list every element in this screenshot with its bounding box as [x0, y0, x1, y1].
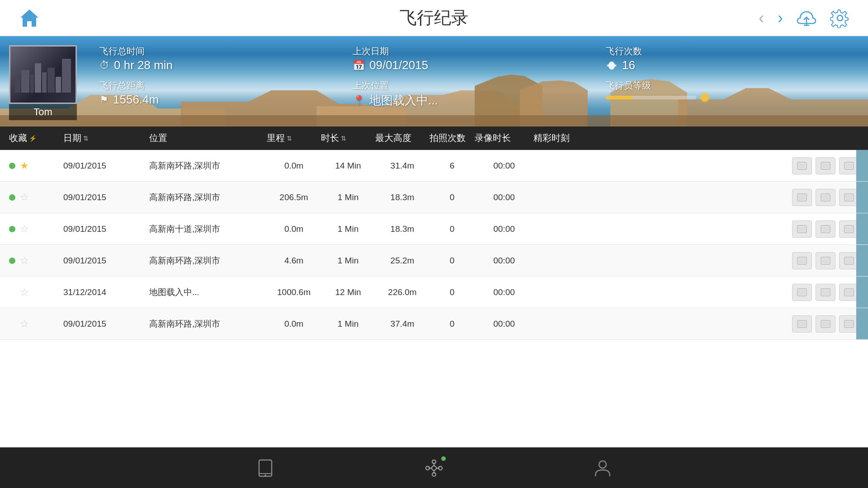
pilot-level-label: 飞行员等级: [606, 80, 859, 92]
flight-count-stat: 飞行次数 16: [606, 45, 859, 72]
header-video: 录像时长: [475, 132, 533, 144]
col-date-0: 09/01/2015: [63, 161, 149, 171]
col-duration-3: 1 Min: [321, 256, 375, 266]
col-location-3: 高新南环路,深圳市: [149, 255, 267, 267]
flights-icon: [606, 60, 618, 71]
header-distance[interactable]: 里程 ⇅: [267, 132, 321, 144]
svg-rect-41: [798, 290, 806, 295]
highlight-btn-2[interactable]: [816, 157, 835, 174]
star-empty[interactable]: ☆: [20, 223, 29, 235]
svg-rect-48: [798, 321, 806, 327]
table-row[interactable]: ☆ 31/12/2014 地图载入中... 1000.6m 12 Min 226…: [0, 277, 868, 308]
svg-rect-31: [845, 226, 853, 232]
profile-name: Tom: [9, 104, 77, 120]
col-duration-5: 1 Min: [321, 319, 375, 329]
highlight-btn-2[interactable]: [816, 189, 835, 206]
highlight-btn-1[interactable]: [792, 157, 812, 174]
nav-item-person[interactable]: [593, 458, 613, 478]
col-duration-0: 14 Min: [321, 161, 375, 171]
home-icon[interactable]: [18, 7, 41, 29]
svg-rect-50: [822, 321, 829, 327]
star-empty[interactable]: ☆: [20, 286, 29, 298]
total-time-label: 飞行总时间: [99, 45, 353, 57]
table-row[interactable]: ☆ 09/01/2015 高新南环路,深圳市 0.0m 1 Min 37.4m …: [0, 308, 868, 340]
last-date-value-row: 📅 09/01/2015: [353, 58, 606, 72]
main-content: Tom 飞行总时间 ⏱ 0 hr 28 min 飞行总距离 ⚑ 1556.4m: [0, 36, 868, 447]
highlight-btn-1[interactable]: [792, 315, 812, 333]
svg-rect-29: [822, 226, 829, 232]
profile-photo-inner: [10, 47, 75, 103]
settings-icon[interactable]: [830, 8, 850, 28]
highlight-btn-2[interactable]: [816, 284, 835, 301]
star-empty[interactable]: ☆: [20, 192, 29, 203]
star-empty[interactable]: ☆: [20, 318, 29, 330]
nav-item-drone[interactable]: [424, 458, 444, 478]
col-duration-4: 12 Min: [321, 287, 375, 297]
status-dot-green: [9, 194, 15, 201]
svg-marker-0: [20, 9, 38, 27]
col-maxalt-3: 25.2m: [375, 256, 429, 266]
flight-count-value: 16: [622, 58, 635, 72]
header-right: ‹ ›: [759, 8, 850, 28]
header-highlights: 精彩时刻: [533, 132, 859, 144]
col-photos-2: 0: [429, 224, 475, 234]
top-header: 飞行纪录 ‹ ›: [0, 0, 868, 36]
table-row[interactable]: ★ 09/01/2015 高新南环路,深圳市 0.0m 14 Min 31.4m…: [0, 150, 868, 182]
nav-prev-button[interactable]: ‹: [759, 9, 764, 28]
last-location-label: 上次位置: [353, 80, 606, 92]
status-dot-green: [9, 163, 15, 169]
nav-next-button[interactable]: ›: [778, 9, 783, 28]
building-3: [30, 75, 34, 93]
highlight-btn-1[interactable]: [792, 189, 812, 206]
total-distance-label: 飞行总距离: [99, 80, 353, 92]
col-video-3: 00:00: [475, 256, 533, 266]
highlight-btn-2[interactable]: [816, 221, 835, 238]
highlight-btn-1[interactable]: [792, 252, 812, 269]
col-highlights-5: [533, 315, 859, 333]
cloud-sync-badge: [856, 308, 868, 339]
tablet-icon: [255, 458, 275, 478]
sort-icon-distance: ⇅: [287, 135, 292, 142]
cloud-upload-icon[interactable]: [797, 8, 816, 28]
building-8: [62, 59, 71, 93]
highlight-btn-1[interactable]: [792, 284, 812, 301]
star-filled[interactable]: ★: [20, 160, 29, 172]
star-empty[interactable]: ☆: [20, 255, 29, 267]
person-icon: [593, 458, 613, 478]
col-highlights-0: [533, 157, 859, 174]
svg-rect-45: [845, 290, 853, 295]
drone-active-dot: [441, 456, 446, 461]
table-row[interactable]: ☆ 09/01/2015 高新南十道,深圳市 0.0m 1 Min 18.3m …: [0, 213, 868, 245]
total-distance-value-row: ⚑ 1556.4m: [99, 93, 353, 107]
col-highlights-3: [533, 252, 859, 269]
header-favorite[interactable]: 收藏 ⚡: [9, 132, 63, 144]
stat-col-1: 飞行总时间 ⏱ 0 hr 28 min 飞行总距离 ⚑ 1556.4m: [99, 45, 353, 108]
last-date-stat: 上次日期 📅 09/01/2015: [353, 45, 606, 72]
col-date-4: 31/12/2014: [63, 287, 149, 297]
svg-point-57: [432, 466, 436, 470]
drone-icon: [424, 458, 444, 478]
header-date[interactable]: 日期 ⇅: [63, 132, 149, 144]
highlight-btn-2[interactable]: [816, 252, 835, 269]
table-row[interactable]: ☆ 09/01/2015 高新南环路,深圳市 4.6m 1 Min 25.2m …: [0, 245, 868, 277]
col-video-4: 00:00: [475, 287, 533, 297]
col-distance-2: 0.0m: [267, 224, 321, 234]
progress-dot: [701, 94, 709, 102]
col-video-1: 00:00: [475, 192, 533, 202]
svg-rect-38: [845, 258, 853, 263]
col-maxalt-5: 37.4m: [375, 319, 429, 329]
col-duration-2: 1 Min: [321, 224, 375, 234]
col-location-1: 高新南环路,深圳市: [149, 192, 267, 203]
col-highlights-2: [533, 221, 859, 238]
col-location-0: 高新南环路,深圳市: [149, 160, 267, 172]
col-favorite-2: ☆: [9, 223, 63, 235]
header-maxalt: 最大高度: [375, 132, 429, 144]
total-time-value: 0 hr 28 min: [114, 58, 173, 72]
table-row[interactable]: ☆ 09/01/2015 高新南环路,深圳市 206.5m 1 Min 18.3…: [0, 182, 868, 213]
nav-item-tablet[interactable]: [255, 458, 275, 478]
highlight-btn-2[interactable]: [816, 315, 835, 333]
highlight-btn-1[interactable]: [792, 221, 812, 238]
building-1: [15, 79, 20, 93]
svg-rect-17: [845, 163, 853, 169]
header-duration[interactable]: 时长 ⇅: [321, 132, 375, 144]
